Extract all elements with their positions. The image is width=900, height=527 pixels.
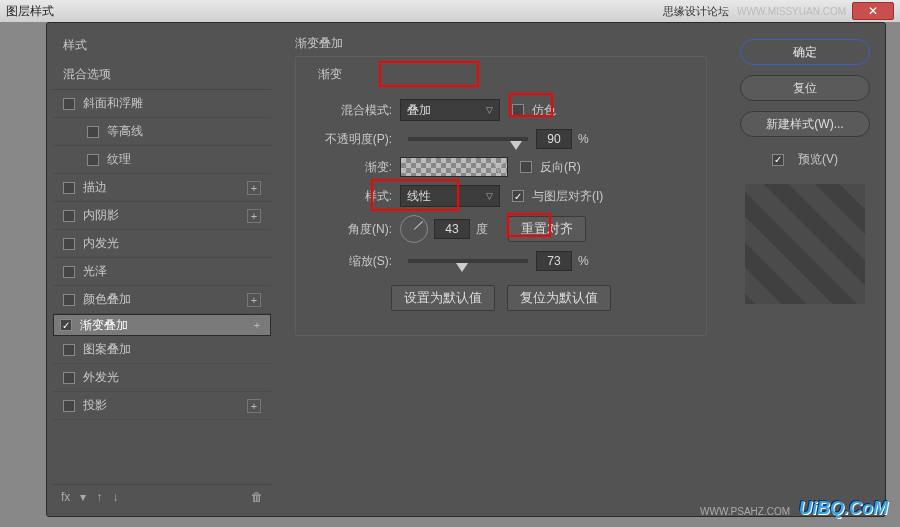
fieldset-legend: 渐变 (314, 66, 346, 83)
watermark: WWW.MISSYUAN.COM (737, 6, 846, 17)
style-checkbox[interactable] (63, 210, 75, 222)
add-effect-icon[interactable]: + (247, 209, 261, 223)
settings-panel: 渐变叠加 渐变 混合模式: 叠加▽ 仿色 不透明度(P): % 渐变 (277, 23, 725, 516)
style-row[interactable]: 投影+ (53, 392, 271, 420)
blend-mode-select[interactable]: 叠加▽ (400, 99, 500, 121)
window-title: 图层样式 (6, 3, 663, 20)
style-row[interactable]: 颜色叠加+ (53, 286, 271, 314)
style-row[interactable]: 纹理 (53, 146, 271, 174)
style-label: 投影 (83, 397, 107, 414)
preview-label: 预览(V) (798, 151, 838, 168)
reset-default-button[interactable]: 复位为默认值 (507, 285, 611, 311)
style-label: 颜色叠加 (83, 291, 131, 308)
fx-menu[interactable]: fx (61, 490, 70, 504)
style-row[interactable]: 光泽 (53, 258, 271, 286)
chevron-down-icon: ▽ (486, 105, 493, 115)
style-checkbox[interactable] (60, 319, 72, 331)
style-checkbox[interactable] (63, 98, 75, 110)
style-checkbox[interactable] (63, 372, 75, 384)
style-label: 样式: (310, 188, 392, 205)
opacity-slider[interactable] (408, 137, 528, 141)
angle-label: 角度(N): (310, 221, 392, 238)
style-checkbox[interactable] (63, 182, 75, 194)
reset-button[interactable]: 复位 (740, 75, 870, 101)
blend-options-row[interactable]: 混合选项 (53, 60, 271, 90)
style-row[interactable]: 外发光 (53, 364, 271, 392)
style-label: 图案叠加 (83, 341, 131, 358)
style-label: 描边 (83, 179, 107, 196)
action-panel: 确定 复位 新建样式(W)... 预览(V) (725, 23, 885, 516)
style-checkbox[interactable] (87, 154, 99, 166)
percent-label: % (578, 132, 589, 146)
blend-mode-label: 混合模式: (310, 102, 392, 119)
scale-label: 缩放(S): (310, 253, 392, 270)
add-effect-icon[interactable]: + (250, 318, 264, 332)
reverse-label: 反向(R) (540, 159, 581, 176)
chevron-down-icon[interactable]: ▾ (80, 490, 86, 504)
new-style-button[interactable]: 新建样式(W)... (740, 111, 870, 137)
style-label: 内发光 (83, 235, 119, 252)
style-row[interactable]: 内阴影+ (53, 202, 271, 230)
trash-icon[interactable]: 🗑 (251, 490, 263, 504)
scale-input[interactable] (536, 251, 572, 271)
style-label: 光泽 (83, 263, 107, 280)
style-row[interactable]: 等高线 (53, 118, 271, 146)
style-checkbox[interactable] (87, 126, 99, 138)
style-checkbox[interactable] (63, 294, 75, 306)
gradient-label: 渐变: (310, 159, 392, 176)
ok-button[interactable]: 确定 (740, 39, 870, 65)
scale-slider[interactable] (408, 259, 528, 263)
style-checkbox[interactable] (63, 400, 75, 412)
add-effect-icon[interactable]: + (247, 293, 261, 307)
style-checkbox[interactable] (63, 266, 75, 278)
style-list: 斜面和浮雕等高线纹理描边+内阴影+内发光光泽颜色叠加+渐变叠加+图案叠加外发光投… (53, 90, 271, 484)
style-label: 纹理 (107, 151, 131, 168)
titlebar: 图层样式 思缘设计论坛 WWW.MISSYUAN.COM ✕ (0, 0, 900, 22)
layer-style-dialog: 样式 混合选项 斜面和浮雕等高线纹理描边+内阴影+内发光光泽颜色叠加+渐变叠加+… (46, 22, 886, 517)
percent-label: % (578, 254, 589, 268)
style-select[interactable]: 线性▽ (400, 185, 500, 207)
add-effect-icon[interactable]: + (247, 181, 261, 195)
reset-align-button[interactable]: 重置对齐 (508, 216, 586, 242)
style-row[interactable]: 斜面和浮雕 (53, 90, 271, 118)
style-row[interactable]: 描边+ (53, 174, 271, 202)
watermark: WWW.PSAHZ.COM (700, 506, 790, 517)
style-label: 外发光 (83, 369, 119, 386)
style-label: 等高线 (107, 123, 143, 140)
angle-input[interactable] (434, 219, 470, 239)
style-row[interactable]: 图案叠加 (53, 336, 271, 364)
gradient-fieldset: 渐变 混合模式: 叠加▽ 仿色 不透明度(P): % 渐变: ▽ (295, 56, 707, 336)
style-label: 内阴影 (83, 207, 119, 224)
chevron-down-icon: ▽ (490, 160, 507, 174)
align-label: 与图层对齐(I) (532, 188, 603, 205)
opacity-input[interactable] (536, 129, 572, 149)
section-title: 渐变叠加 (295, 35, 707, 52)
titlebar-link: 思缘设计论坛 (663, 4, 729, 19)
dither-checkbox[interactable] (512, 104, 524, 116)
add-effect-icon[interactable]: + (247, 399, 261, 413)
chevron-down-icon: ▽ (486, 191, 493, 201)
align-checkbox[interactable] (512, 190, 524, 202)
close-button[interactable]: ✕ (852, 2, 894, 20)
set-default-button[interactable]: 设置为默认值 (391, 285, 495, 311)
degree-label: 度 (476, 221, 488, 238)
style-row[interactable]: 内发光 (53, 230, 271, 258)
styles-header: 样式 (53, 31, 271, 60)
style-list-panel: 样式 混合选项 斜面和浮雕等高线纹理描边+内阴影+内发光光泽颜色叠加+渐变叠加+… (47, 23, 277, 516)
style-checkbox[interactable] (63, 238, 75, 250)
arrow-up-icon[interactable]: ↑ (96, 490, 102, 504)
site-logo: UiBQ.CoM (799, 498, 888, 519)
preview-checkbox[interactable] (772, 154, 784, 166)
style-label: 渐变叠加 (80, 317, 128, 334)
arrow-down-icon[interactable]: ↓ (112, 490, 118, 504)
gradient-picker[interactable]: ▽ (400, 157, 508, 177)
style-list-footer: fx ▾ ↑ ↓ 🗑 (53, 484, 271, 508)
style-checkbox[interactable] (63, 344, 75, 356)
dither-label: 仿色 (532, 102, 556, 119)
angle-dial[interactable] (400, 215, 428, 243)
style-label: 斜面和浮雕 (83, 95, 143, 112)
preview-swatch (745, 184, 865, 304)
reverse-checkbox[interactable] (520, 161, 532, 173)
opacity-label: 不透明度(P): (310, 131, 392, 148)
style-row[interactable]: 渐变叠加+ (53, 314, 271, 336)
